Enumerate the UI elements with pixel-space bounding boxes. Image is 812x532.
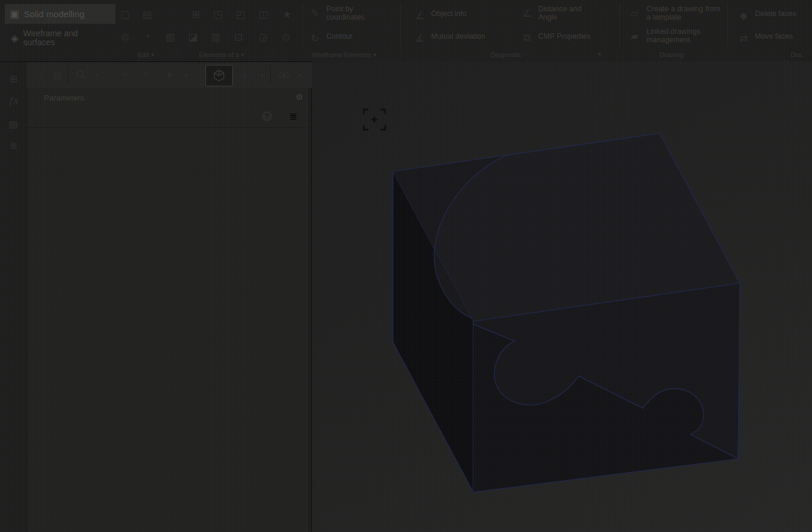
hole-icon[interactable]: ⊡	[230, 29, 246, 45]
linked-drawings-management-button[interactable]: ▰ Linked drawings management	[626, 27, 722, 44]
ribbon: ▣ Solid modelling ◈ Wireframe and surfac…	[0, 0, 812, 62]
parameters-subheader: ? ≣	[27, 109, 311, 128]
group-separator	[619, 4, 620, 46]
cursor-mode-icon[interactable]: ►	[162, 65, 180, 85]
revolve-icon[interactable]: ◳	[210, 6, 226, 23]
tab-solid-modelling[interactable]: ▣ Solid modelling	[5, 4, 115, 24]
parameters-title: Parameters	[44, 93, 84, 102]
group-dots: ⋮	[269, 51, 276, 58]
sheet-icon[interactable]: ▤	[49, 65, 67, 85]
group-label-edit[interactable]: Edit ▾	[119, 51, 173, 58]
orientation-cube-button[interactable]	[205, 65, 233, 86]
panel-list-icon[interactable]: ≣	[289, 111, 297, 122]
move-faces-label: Move faces	[755, 32, 793, 40]
wireframe-surfaces-icon: ◈	[11, 32, 18, 45]
draft-icon[interactable]: ▥	[207, 29, 224, 45]
tab-solid-modelling-label: Solid modelling	[24, 9, 85, 19]
zoom-icon[interactable]	[72, 65, 90, 85]
delete-faces-icon: ◆	[736, 7, 751, 24]
chevron-down-icon: ▾	[598, 51, 601, 57]
mutual-deviation-icon: ∡	[412, 30, 427, 46]
delete-faces-label: Delete faces	[755, 10, 796, 18]
move-faces-button[interactable]: ⇄ Move faces	[736, 30, 793, 46]
open-folder-icon[interactable]: ▤	[139, 6, 155, 23]
find-sphere-icon[interactable]: ⊙	[277, 29, 294, 45]
display-mode-icon[interactable]: ◐	[237, 65, 255, 85]
group-label-drawing[interactable]: Drawing	[642, 51, 701, 58]
group-label-diagnostic[interactable]: Diagnostic	[470, 51, 542, 58]
rib-icon[interactable]: ◪	[185, 29, 201, 45]
contour-button[interactable]: ↻ Contour	[307, 30, 352, 46]
new-document-icon[interactable]: ▢	[117, 6, 133, 23]
group-label-wireframe-text: Wireframe Elements	[312, 51, 371, 58]
panel-splitter[interactable]	[307, 88, 311, 532]
chevron-down-icon: ▾	[374, 52, 377, 58]
extrude-icon[interactable]: ⊞	[188, 6, 204, 23]
zoom-chevron-icon[interactable]: ▾	[92, 65, 101, 85]
sketch-icon[interactable]: ◔	[139, 29, 155, 45]
pan-icon[interactable]: ⌖	[116, 65, 134, 85]
delete-faces-button[interactable]: ◆ Delete faces	[736, 7, 796, 24]
sweep-icon[interactable]: ◫	[255, 6, 271, 23]
group-dots: ⋮	[725, 51, 732, 58]
group-dots: ⋮	[398, 51, 404, 58]
toolbar-separator	[270, 66, 271, 84]
group-separator	[400, 4, 401, 46]
show-hide-icon[interactable]	[275, 65, 293, 85]
create-drawing-icon: ▱	[626, 5, 643, 21]
orbit-icon[interactable]: ↻	[139, 65, 157, 85]
tab-wireframe-surfaces[interactable]: ◈ Wireframe and surfaces	[5, 27, 124, 49]
chevron-down-icon: ▾	[241, 52, 244, 58]
linked-drawings-icon: ▰	[626, 27, 643, 44]
contour-label: Contour	[326, 32, 352, 40]
cmp-properties-button[interactable]: ⧉ CMP Properties	[519, 30, 591, 46]
point-by-coordinates-button[interactable]: ✎ Point by coordinates	[307, 5, 381, 21]
distance-and-angle-label: Distance and Angle	[538, 5, 598, 21]
linked-drawings-label: Linked drawings management	[647, 27, 722, 44]
distance-angle-icon: ∠	[519, 5, 535, 21]
list-icon[interactable]: ≣	[0, 136, 27, 154]
fillet-icon[interactable]: ◶	[255, 29, 271, 45]
cursor-mode-chevron-icon[interactable]: ▾	[182, 65, 190, 85]
variables-fx-icon[interactable]: ƒx	[0, 92, 27, 110]
group-label-faces-text: Dra..	[791, 51, 805, 58]
point-by-coordinates-label: Point by coordinates	[326, 5, 381, 21]
cmp-properties-label: CMP Properties	[538, 32, 591, 40]
mutual-deviation-button[interactable]: ∡ Mutual deviation	[412, 30, 485, 46]
shell-icon[interactable]: ▧	[162, 29, 179, 45]
layers-icon[interactable]: ▤	[0, 115, 27, 133]
group-collapse-control[interactable]: ▾	[598, 51, 601, 57]
point-pencil-icon: ✎	[307, 5, 323, 21]
loft-icon[interactable]: ◰	[232, 6, 249, 23]
display-mode-chevron-icon[interactable]: ▾	[258, 65, 266, 85]
show-hide-chevron-icon[interactable]: ▾	[296, 65, 304, 85]
group-label-edit-text: Edit	[138, 51, 149, 58]
solid-modelling-icon: ▣	[10, 8, 19, 20]
group-dots: ⋮	[613, 51, 620, 58]
help-icon[interactable]: ?	[262, 111, 272, 121]
model-3d	[312, 61, 812, 532]
gear-icon[interactable]: ⚙	[295, 92, 303, 102]
group-label-elements[interactable]: Elements of a ▾	[180, 51, 263, 58]
group-label-diagnostic-text: Diagnostic	[491, 51, 521, 58]
boolean-icon[interactable]: ★	[279, 6, 295, 23]
group-label-faces[interactable]: Dra..	[791, 51, 805, 58]
create-drawing-from-template-button[interactable]: ▱ Create a drawing from a template	[626, 5, 722, 21]
parameters-header: Parameters ⚙	[27, 88, 311, 107]
toolbar-separator	[68, 66, 68, 84]
object-info-icon: ∠	[412, 7, 427, 24]
create-drawing-label: Create a drawing from a template	[647, 5, 722, 21]
move-faces-icon: ⇄	[736, 30, 751, 46]
group-label-drawing-text: Drawing	[660, 51, 683, 58]
model-tree-icon[interactable]: ⊞	[0, 70, 27, 87]
print-icon[interactable]: ⊜	[117, 29, 133, 45]
object-info-button[interactable]: ∠ Object info	[412, 7, 467, 24]
object-info-label: Object info	[431, 10, 467, 18]
snap-grid-icon[interactable]: ∷	[30, 65, 48, 85]
group-label-wireframe-elements[interactable]: Wireframe Elements ▾	[296, 51, 392, 58]
tab-wireframe-surfaces-label: Wireframe and surfaces	[23, 29, 101, 47]
viewport[interactable]	[312, 61, 812, 532]
parameters-panel: Parameters ⚙ ? ≣	[27, 88, 312, 532]
chevron-down-icon: ▾	[151, 52, 154, 58]
distance-and-angle-button[interactable]: ∠ Distance and Angle	[519, 5, 598, 21]
